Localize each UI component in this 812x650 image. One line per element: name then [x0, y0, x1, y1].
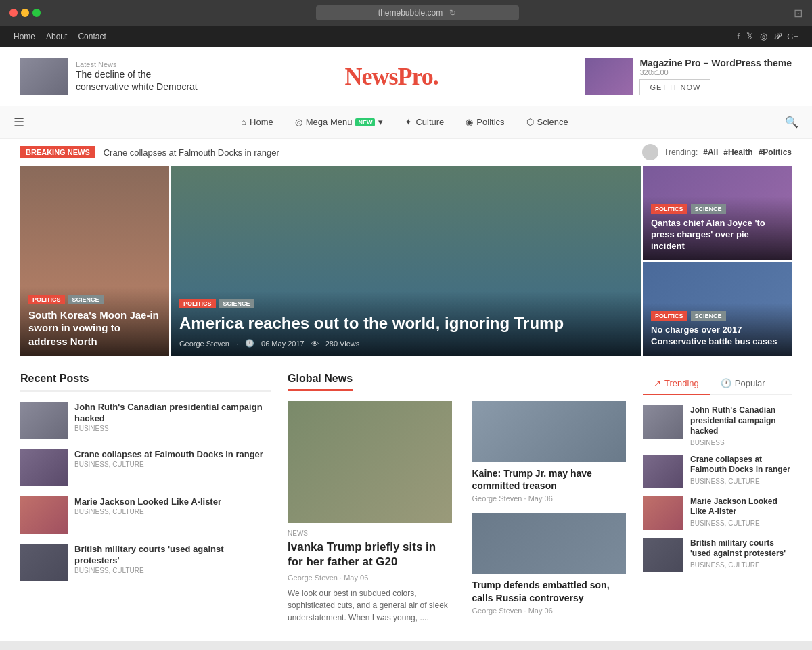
nav-links: ⌂ Home ◎ Mega Menu NEW ▾ ✦ Culture ◉ Pol… — [230, 108, 579, 137]
google-plus-icon[interactable]: G+ — [787, 31, 798, 42]
trend-tag-health[interactable]: #Health — [723, 147, 752, 157]
global-main-title[interactable]: Ivanka Trump briefly sits in for her fat… — [288, 540, 452, 570]
hero-right-bottom-tags: Politics Science — [651, 311, 784, 321]
recent-thumb-4 — [20, 544, 68, 581]
hero-right-top-tags: Politics Science — [651, 204, 784, 214]
list-item: Crane collapses at Falmouth Docks in ran… — [20, 449, 271, 486]
global-side-thumb-2 — [472, 513, 627, 574]
recent-title-2[interactable]: Crane collapses at Falmouth Docks in ran… — [74, 449, 263, 461]
science-label: Science — [537, 117, 568, 127]
recent-title-1[interactable]: John Ruth's Canadian presidential campai… — [74, 402, 271, 425]
global-side-author-2: George Steven — [472, 607, 522, 615]
reload-icon[interactable]: ↻ — [449, 8, 456, 18]
browser-url-bar[interactable]: themebubble.com ↻ — [316, 5, 519, 20]
hero-right-top-overlay: Politics Science Qantas chief Alan Joyce… — [643, 196, 792, 260]
hero-center-dot: · — [236, 340, 238, 348]
hamburger-menu-icon[interactable]: ☰ — [14, 115, 24, 130]
trend-thumb-1 — [643, 405, 683, 439]
hero-right-bottom-tag-science[interactable]: Science — [691, 311, 726, 321]
global-side-title-1[interactable]: Kaine: Trump Jr. may have committed trea… — [472, 467, 627, 492]
recent-posts-title: Recent Posts — [20, 373, 271, 392]
global-side-author-1: George Steven — [472, 494, 522, 503]
megamenu-icon: ◎ — [295, 117, 302, 127]
trending-label: Trending: — [664, 147, 698, 157]
hero-right-bottom[interactable]: Politics Science No charges over 2017 Co… — [643, 262, 792, 356]
megamenu-chevron-icon: ▾ — [378, 117, 383, 127]
recent-title-3[interactable]: Marie Jackson Looked Like A-lister — [74, 496, 221, 508]
instagram-icon[interactable]: ◎ — [760, 31, 767, 42]
trend-tag-politics[interactable]: #Politics — [759, 147, 792, 157]
facebook-icon[interactable]: f — [737, 31, 740, 42]
politics-label: Politics — [476, 117, 504, 127]
hero-left-tags: Politics Science — [28, 295, 161, 304]
hero-left-tag-science[interactable]: Science — [68, 295, 104, 304]
twitter-icon[interactable]: 𝕏 — [746, 31, 753, 42]
global-side-items: Kaine: Trump Jr. may have committed trea… — [462, 401, 627, 624]
hero-left[interactable]: Politics Science South Korea's Moon Jae-… — [20, 166, 169, 356]
hero-right-top-tag-science[interactable]: Science — [691, 204, 726, 214]
trend-title-1[interactable]: John Ruth's Canadian presidential campai… — [690, 405, 792, 437]
global-news-title: Global News — [288, 373, 353, 389]
global-main-image — [288, 401, 452, 523]
site-logo[interactable]: NewsPro. — [345, 62, 438, 91]
trend-title-2[interactable]: Crane collapses at Falmouth Docks in ran… — [690, 455, 792, 475]
nav-about-link[interactable]: About — [46, 32, 67, 41]
recent-info-4: British military courts 'used against pr… — [74, 544, 271, 576]
trend-title-3[interactable]: Marie Jackson Looked Like A-lister — [690, 496, 792, 517]
global-news-grid: News Ivanka Trump briefly sits in for he… — [288, 401, 626, 624]
trend-title-4[interactable]: British military courts 'used against pr… — [690, 538, 792, 559]
global-side-meta-2: George Steven · May 06 — [472, 607, 627, 615]
top-bar: Home About Contact f 𝕏 ◎ 𝒫 G+ — [0, 26, 812, 47]
eye-icon: 👁 — [311, 340, 319, 348]
nav-link-culture[interactable]: ✦ Culture — [394, 108, 455, 137]
hero-center-tag-science[interactable]: Science — [219, 299, 254, 308]
hero-right-bottom-title: No charges over 2017 Conservative battle… — [651, 325, 784, 348]
dot-red — [9, 9, 18, 17]
popular-tab-icon: 🕐 — [721, 378, 731, 388]
hero-right-top-title: Qantas chief Alan Joyce 'to press charge… — [651, 218, 784, 252]
recent-info-2: Crane collapses at Falmouth Docks in ran… — [74, 449, 263, 470]
tab-popular[interactable]: 🕐 Popular — [710, 373, 776, 394]
nav-link-science[interactable]: ⬡ Science — [516, 108, 579, 137]
breaking-news-left: Breaking News Crane collapses at Falmout… — [20, 146, 279, 158]
hero-right-top[interactable]: Politics Science Qantas chief Alan Joyce… — [643, 166, 792, 260]
hero-right-bottom-tag-politics[interactable]: Politics — [651, 311, 687, 321]
pinterest-icon[interactable]: 𝒫 — [774, 31, 780, 42]
global-side-item-1: Kaine: Trump Jr. may have committed trea… — [472, 401, 627, 503]
global-main-article: News Ivanka Trump briefly sits in for he… — [288, 401, 452, 624]
nav-link-mega-menu[interactable]: ◎ Mega Menu NEW ▾ — [284, 108, 394, 137]
recent-title-4[interactable]: British military courts 'used against pr… — [74, 544, 271, 567]
hero-grid: Politics Science South Korea's Moon Jae-… — [20, 166, 792, 356]
recent-cat-2: Business, Culture — [74, 461, 263, 468]
trend-thumb-4 — [643, 538, 683, 572]
global-side-date-1: May 06 — [528, 494, 553, 503]
trending-avatar — [642, 144, 658, 160]
ad-title: Magazine Pro – WordPress theme — [639, 57, 792, 68]
search-icon[interactable]: 🔍 — [785, 116, 798, 129]
nav-link-home[interactable]: ⌂ Home — [230, 108, 284, 137]
global-side-title-2[interactable]: Trump defends embattled son, calls Russi… — [472, 579, 627, 603]
trend-tag-all[interactable]: #All — [703, 147, 718, 157]
nav-contact-link[interactable]: Contact — [78, 32, 106, 41]
hero-center[interactable]: Politics Science America reaches out to … — [171, 166, 641, 356]
trend-cat-4: Business, Culture — [690, 561, 792, 569]
breaking-text: Crane collapses at Falmouth Docks in ran… — [104, 147, 279, 158]
trending-tab-label: Trending — [664, 378, 699, 388]
trending-tab-icon: ↗ — [654, 378, 661, 388]
politics-icon: ◉ — [466, 117, 473, 127]
trend-cat-2: Business, Culture — [690, 478, 792, 485]
nav-link-politics[interactable]: ◉ Politics — [455, 108, 515, 137]
hero-right-top-tag-politics[interactable]: Politics — [651, 204, 687, 214]
tab-trending[interactable]: ↗ Trending — [643, 373, 710, 395]
recent-info-1: John Ruth's Canadian presidential campai… — [74, 402, 271, 434]
breaking-news-bar: Breaking News Crane collapses at Falmout… — [0, 139, 812, 166]
megamenu-label: Mega Menu — [306, 117, 353, 127]
science-icon: ⬡ — [526, 117, 534, 127]
hero-left-tag-politics[interactable]: Politics — [28, 295, 65, 304]
browser-chrome: themebubble.com ↻ ⊡ — [0, 0, 812, 26]
hero-center-tag-politics[interactable]: Politics — [179, 299, 216, 308]
nav-home-link[interactable]: Home — [14, 32, 35, 41]
get-it-button[interactable]: GET IT NOW — [639, 79, 710, 95]
hero-left-title: South Korea's Moon Jae-in sworn in vowin… — [28, 308, 161, 348]
latest-headline[interactable]: The decline of the conservative white De… — [76, 68, 198, 93]
